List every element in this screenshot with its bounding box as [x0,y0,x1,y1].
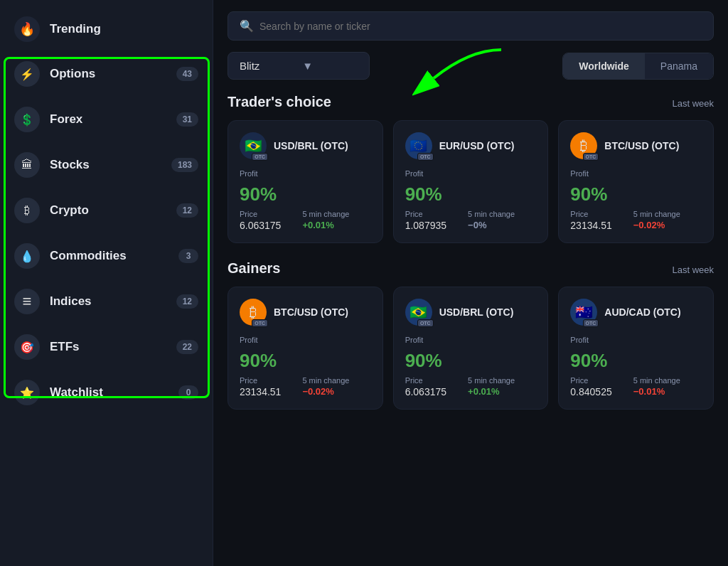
card-header: 🇪🇺 OTC EUR/USD (OTC) [405,132,537,159]
otc-badge: OTC [252,153,268,161]
commodities-icon: 💧 [14,243,40,269]
card-header: ₿ OTC BTC/USD (OTC) [570,132,702,159]
price-value: 6.063175 [240,220,281,231]
profit-value: 90% [405,183,537,205]
usd-brl-gainers-name: USD/BRL (OTC) [439,306,514,318]
change-col: 5 min change −0.02% [633,210,680,231]
gainers-title: Gainers [228,260,280,277]
forex-icon: 💲 [14,107,40,132]
search-input[interactable] [259,21,702,32]
profit-label: Profit [405,169,537,178]
change-col: 5 min change +0.01% [468,376,515,397]
sidebar-item-indices[interactable]: ≡ Indices 12 [0,279,213,324]
profit-label: Profit [405,336,537,344]
profit-value: 90% [240,183,371,205]
region-toggle: Worldwide Panama [562,53,714,80]
profit-label: Profit [570,336,702,344]
card-aud-cad-gainers[interactable]: 🇦🇺 OTC AUD/CAD (OTC) Profit 90% Price 0.… [558,287,714,410]
search-icon: 🔍 [240,19,254,33]
card-stats: Profit 90% Price 6.063175 5 min change +… [240,169,371,231]
change-value: −0.02% [633,220,680,230]
traders-choice-grid: 🇧🇷 OTC USD/BRL (OTC) Profit 90% Price 6.… [228,120,714,243]
change-col: 5 min change −0.02% [302,376,349,397]
aud-cad-gainers-icon: 🇦🇺 OTC [570,299,597,326]
profit-value: 90% [240,350,371,372]
price-value: 1.087935 [405,220,446,231]
sidebar-item-trending[interactable]: 🔥 Trending [0,7,213,51]
gainers-time: Last week [672,265,714,275]
price-col: Price 23134.51 [240,376,281,397]
otc-badge: OTC [252,319,268,327]
usd-brl-gainers-icon: 🇧🇷 OTC [405,299,432,326]
sidebar: 🔥 Trending ⚡ Options 43 💲 Forex 31 🏛 Sto… [0,0,213,566]
price-label: Price [570,210,611,218]
stat-row: Price 6.063175 5 min change +0.01% [240,210,371,231]
btc-usd-gainers-name: BTC/USD (OTC) [274,306,348,318]
stat-row: Price 23134.51 5 min change −0.02% [570,210,702,231]
traders-choice-header: Trader's choice Last week [228,94,714,110]
indices-label: Indices [50,294,176,309]
change-value: −0% [468,220,515,230]
otc-badge: OTC [583,153,599,161]
change-value: +0.01% [302,220,349,230]
price-label: Price [405,210,446,218]
change-label: 5 min change [302,376,349,385]
card-stats: Profit 90% Price 23134.51 5 min change −… [240,336,371,397]
change-value: −0.01% [633,386,680,397]
btc-usd-name: BTC/USD (OTC) [604,140,679,151]
profit-value: 90% [570,350,702,372]
otc-badge: OTC [417,153,434,161]
sidebar-item-crypto[interactable]: ₿ Crypto 12 [0,188,213,233]
card-stats: Profit 90% Price 1.087935 5 min change −… [405,169,537,231]
broker-dropdown[interactable]: Blitz ▼ [228,52,370,80]
crypto-label: Crypto [50,203,176,218]
indices-badge: 12 [176,294,198,309]
price-label: Price [570,376,611,385]
gainers-header: Gainers Last week [228,260,714,277]
watchlist-badge: 0 [178,385,198,400]
price-value: 6.063175 [405,386,446,397]
price-col: Price 0.840525 [570,376,611,397]
stocks-label: Stocks [50,158,171,172]
stat-row: Price 6.063175 5 min change +0.01% [405,376,537,397]
watchlist-icon: ⭐ [14,380,40,405]
sidebar-item-etfs[interactable]: 🎯 ETFs 22 [0,324,213,370]
eur-usd-name: EUR/USD (OTC) [439,140,515,151]
stat-row: Price 23134.51 5 min change −0.02% [240,376,371,397]
change-label: 5 min change [468,210,515,218]
search-bar[interactable]: 🔍 [228,11,714,41]
sidebar-item-watchlist[interactable]: ⭐ Watchlist 0 [0,370,213,415]
card-stats: Profit 90% Price 6.063175 5 min change +… [405,336,537,397]
price-value: 23134.51 [240,386,281,397]
sidebar-item-options[interactable]: ⚡ Options 43 [0,51,213,97]
card-usd-brl-traders[interactable]: 🇧🇷 OTC USD/BRL (OTC) Profit 90% Price 6.… [228,120,383,243]
etfs-badge: 22 [176,340,198,354]
profit-label: Profit [240,169,371,178]
traders-choice-title: Trader's choice [228,94,331,110]
options-badge: 43 [176,67,198,81]
card-usd-brl-gainers[interactable]: 🇧🇷 OTC USD/BRL (OTC) Profit 90% Price 6.… [393,287,549,410]
sidebar-item-commodities[interactable]: 💧 Commodities 3 [0,233,213,279]
price-label: Price [240,210,281,218]
region-worldwide-button[interactable]: Worldwide [563,53,645,79]
card-header: ₿ OTC BTC/USD (OTC) [240,299,371,326]
region-panama-button[interactable]: Panama [645,53,713,79]
price-col: Price 1.087935 [405,210,446,231]
sidebar-item-forex[interactable]: 💲 Forex 31 [0,97,213,142]
card-btc-usd-gainers[interactable]: ₿ OTC BTC/USD (OTC) Profit 90% Price 231… [228,287,383,410]
crypto-icon: ₿ [14,198,40,223]
usd-brl-icon: 🇧🇷 OTC [240,132,267,159]
price-label: Price [240,376,281,385]
watchlist-label: Watchlist [50,385,178,400]
price-col: Price 6.063175 [405,376,446,397]
sidebar-item-stocks[interactable]: 🏛 Stocks 183 [0,142,213,188]
forex-label: Forex [50,112,176,127]
card-btc-usd-traders[interactable]: ₿ OTC BTC/USD (OTC) Profit 90% Price 231… [558,120,714,243]
stocks-icon: 🏛 [14,152,40,178]
card-eur-usd-traders[interactable]: 🇪🇺 OTC EUR/USD (OTC) Profit 90% Price 1.… [393,120,549,243]
stat-row: Price 1.087935 5 min change −0% [405,210,537,231]
broker-label: Blitz [240,60,259,72]
profit-value: 90% [570,183,702,205]
commodities-badge: 3 [178,249,198,263]
card-header: 🇧🇷 OTC USD/BRL (OTC) [240,132,371,159]
